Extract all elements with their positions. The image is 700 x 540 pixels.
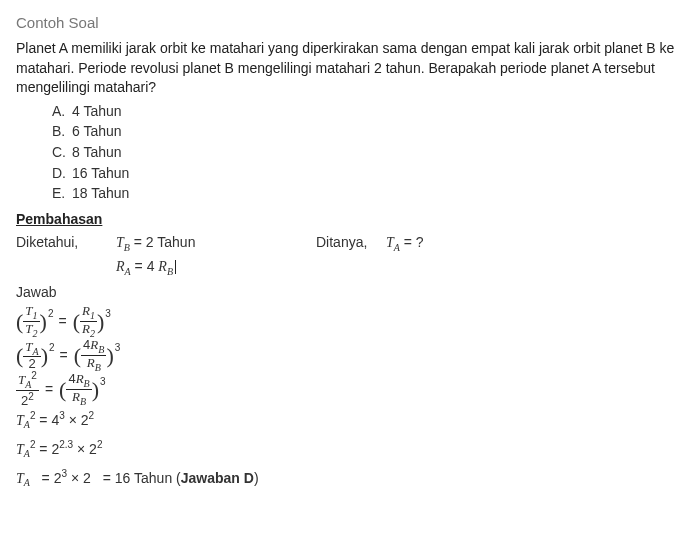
known-ra: RA = 4 RB [116, 257, 316, 279]
step-5: TA2 = 22.3 × 22 [16, 438, 684, 461]
known-tb: TB = 2 Tahun [116, 233, 316, 255]
options-list: A.4 Tahun B.6 Tahun C.8 Tahun D.16 Tahun… [52, 102, 684, 204]
text-cursor [175, 260, 176, 274]
step-1: ( T1 T2 )2 = ( R1 R2 )3 [16, 307, 684, 337]
option-c: C.8 Tahun [52, 143, 684, 163]
option-a: A.4 Tahun [52, 102, 684, 122]
step-6-final: TA = 23 × 2 = 16 Tahun (Jawaban D) [16, 467, 684, 490]
diketahui-label: Diketahui, [16, 233, 116, 253]
diketahui-row: Diketahui, TB = 2 Tahun RA = 4 RB Ditany… [16, 233, 684, 281]
known-values: TB = 2 Tahun RA = 4 RB [116, 233, 316, 281]
step-3: TA2 22 = ( 4RB RB )3 [16, 375, 684, 405]
question-text: Planet A memiliki jarak orbit ke matahar… [16, 39, 684, 98]
pembahasan-heading: Pembahasan [16, 210, 684, 230]
section-heading: Contoh Soal [16, 12, 684, 33]
option-b: B.6 Tahun [52, 122, 684, 142]
option-d: D.16 Tahun [52, 164, 684, 184]
step-4: TA2 = 43 × 22 [16, 409, 684, 432]
jawab-label: Jawab [16, 283, 684, 303]
option-e: E.18 Tahun [52, 184, 684, 204]
step-2: ( TA 2 )2 = ( 4RB RB )3 [16, 341, 684, 371]
ditanya-label: Ditanya, [316, 233, 386, 253]
ditanya-expr: TA = ? [386, 233, 424, 255]
final-answer: = 16 Tahun (Jawaban D) [103, 469, 259, 489]
